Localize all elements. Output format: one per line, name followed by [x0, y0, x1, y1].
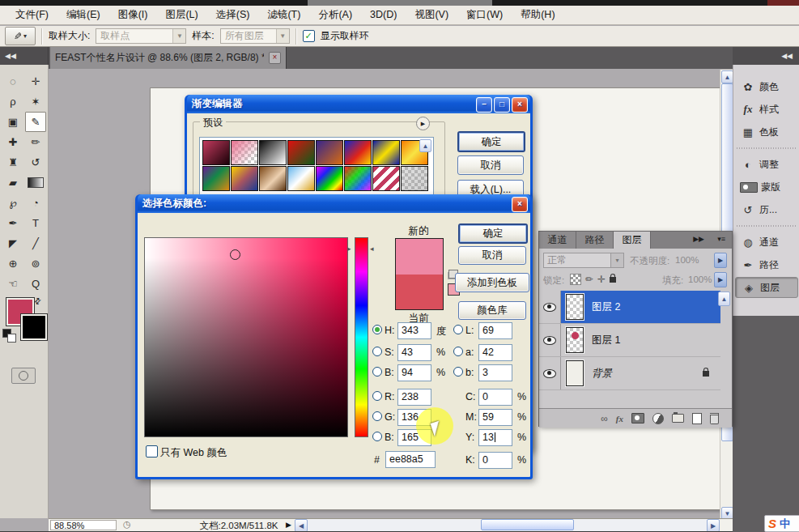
new-layer-icon[interactable] [692, 413, 702, 424]
gradient-preset-15[interactable] [372, 166, 400, 191]
field-L-input[interactable]: 69 [478, 322, 512, 339]
panel-swatches[interactable]: ▦色板 [735, 121, 798, 143]
close-icon[interactable]: × [512, 97, 528, 113]
move-tool[interactable]: ✛ [25, 71, 46, 92]
blend-mode-dropdown[interactable]: 正常 ▾ [543, 253, 624, 268]
gradient-preset-4[interactable] [287, 140, 315, 165]
picker-cancel-button[interactable]: 取消 [458, 246, 526, 265]
toolbox-collapse-button[interactable]: ◀◀ [0, 47, 49, 65]
layer-row-图层 2[interactable]: 图层 2 [539, 291, 720, 324]
magic-wand-tool[interactable]: ✶ [25, 92, 46, 112]
gradient-preset-6[interactable] [344, 140, 372, 165]
menu-item-6[interactable]: 滤镜(T) [258, 6, 309, 24]
clone-stamp-tool[interactable]: ♜ [2, 152, 23, 172]
rotate-3d-tool[interactable]: ⊕ [2, 253, 23, 274]
hue-slider[interactable] [355, 237, 368, 437]
picker-ok-button[interactable]: 确定 [458, 223, 528, 244]
scroll-up-icon[interactable]: ▲ [419, 139, 431, 152]
field-B2-radio[interactable] [372, 432, 382, 441]
web-only-checkbox[interactable] [146, 445, 158, 458]
lasso-tool[interactable]: ρ [2, 92, 23, 112]
field-S-input[interactable]: 43 [397, 344, 431, 361]
menu-item-10[interactable]: 窗口(W) [457, 6, 512, 24]
lock-paint-icon[interactable]: ✏ [585, 274, 593, 285]
tool-preset-button[interactable]: ✎ ▾ [5, 27, 36, 45]
panel-adjustments[interactable]: ◐调整 [735, 154, 798, 175]
dock-collapse-button[interactable]: ◀◀ [733, 47, 799, 65]
field-b-input[interactable]: 3 [478, 364, 512, 381]
scroll-right-icon[interactable]: ▶ [707, 519, 720, 532]
eyedropper-tool[interactable]: ✎ [25, 112, 46, 132]
color-picker-titlebar[interactable]: 选择色标颜色: × [138, 194, 530, 213]
layer-row-图层 1[interactable]: 图层 1 [539, 324, 720, 357]
delete-layer-icon[interactable] [710, 413, 719, 424]
presets-flyout-button[interactable]: ▶ [416, 117, 430, 130]
panel-channels[interactable]: ◍通道 [735, 232, 798, 253]
smudge-tool[interactable]: ℘ [2, 193, 23, 213]
link-layers-icon[interactable]: ∞ [601, 413, 608, 424]
field-Y-input[interactable]: 13 [478, 429, 512, 446]
opacity-arrow-button[interactable]: ▶ [714, 253, 727, 268]
background-color-swatch[interactable] [21, 314, 47, 340]
sample-dropdown[interactable]: 所有图层 ▼ [220, 28, 290, 44]
pen-tool[interactable]: ✒ [2, 213, 23, 233]
crop-tool[interactable]: ▣ [2, 112, 23, 132]
ime-badge[interactable]: S 中 [764, 515, 799, 532]
gradient-preset-1[interactable] [202, 140, 230, 165]
gradient-preset-2[interactable] [231, 140, 258, 165]
menu-item-9[interactable]: 视图(V) [406, 6, 457, 24]
gradient-preset-10[interactable] [231, 166, 258, 191]
menu-item-11[interactable]: 帮助(H) [512, 6, 563, 24]
fill-arrow-button[interactable]: ▶ [714, 272, 727, 287]
history-brush-tool[interactable]: ↺ [25, 152, 46, 172]
gradient-preset-16[interactable] [401, 166, 428, 191]
gradient-preset-7[interactable] [372, 140, 400, 165]
gradient-preset-13[interactable] [316, 166, 343, 191]
panel-masks[interactable]: 蒙版 [735, 177, 798, 198]
tab-路径[interactable]: 路径 [576, 232, 614, 249]
color-library-button[interactable]: 颜色库 [458, 301, 526, 320]
gradient-editor-titlebar[interactable]: 渐变编辑器 – □ × [187, 95, 530, 113]
field-M-input[interactable]: 59 [478, 409, 512, 426]
gradient-preset-3[interactable] [259, 140, 287, 165]
color-field-marker[interactable] [230, 249, 240, 260]
panel-paths[interactable]: ✒路径 [735, 254, 798, 275]
menu-item-3[interactable]: 图像(I) [109, 6, 157, 24]
layer-thumbnail[interactable] [566, 327, 584, 353]
visibility-toggle[interactable] [539, 357, 561, 389]
scroll-left-icon[interactable]: ◀ [295, 519, 308, 532]
marquee-tool[interactable]: ◌ [2, 71, 23, 92]
tab-图层[interactable]: 图层 [614, 232, 651, 249]
panel-color[interactable]: ✿颜色 [735, 76, 798, 97]
layer-style-icon[interactable]: fx [616, 414, 623, 423]
field-S-radio[interactable] [372, 347, 382, 356]
maximize-icon[interactable]: □ [494, 97, 510, 113]
visibility-toggle[interactable] [539, 291, 561, 323]
menu-item-4[interactable]: 图层(L) [156, 6, 206, 24]
eraser-tool[interactable]: ▰ [2, 172, 23, 193]
tab-通道[interactable]: 通道 [539, 232, 576, 249]
close-icon[interactable]: × [512, 197, 528, 212]
path-select-tool[interactable]: ◤ [2, 233, 23, 253]
menu-item-7[interactable]: 分析(A) [309, 6, 361, 24]
type-tool[interactable]: T [25, 213, 46, 233]
layer-thumbnail[interactable] [566, 360, 584, 386]
scroll-up-icon[interactable]: ▲ [721, 70, 733, 83]
hex-field[interactable]: ee88a5 [385, 451, 436, 468]
field-L-radio[interactable] [453, 325, 463, 334]
field-R-input[interactable]: 238 [397, 389, 431, 406]
panel-styles[interactable]: fx样式 [735, 99, 798, 120]
sample-size-dropdown[interactable]: 取样点 ▼ [96, 28, 186, 44]
show-ring-checkbox[interactable]: ✓ [303, 30, 315, 42]
layer-group-icon[interactable] [672, 414, 684, 423]
menu-item-2[interactable]: 编辑(E) [57, 6, 109, 24]
field-B-radio[interactable] [372, 367, 382, 377]
zoom-level-field[interactable]: 88.58% [50, 520, 117, 530]
hand-tool[interactable]: ☜ [2, 274, 23, 294]
gradient-preset-9[interactable] [202, 166, 230, 191]
lock-all-icon[interactable] [610, 277, 616, 283]
quick-mask-button[interactable] [11, 368, 36, 384]
field-H-input[interactable]: 343 [397, 322, 431, 339]
gradient-ok-button[interactable]: 确定 [457, 131, 525, 152]
dodge-tool[interactable]: ◔ [25, 193, 46, 213]
